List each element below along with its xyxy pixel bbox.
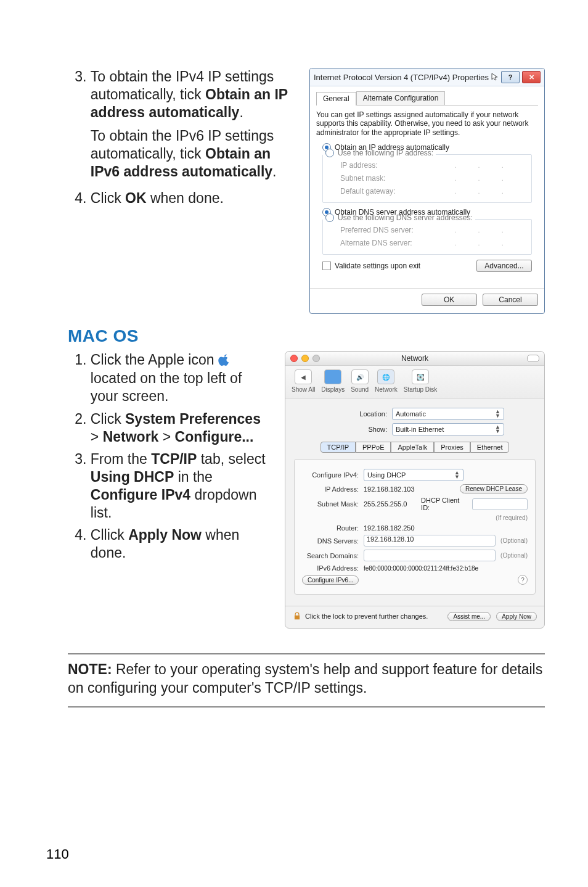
divider — [68, 653, 545, 654]
tab-appletalk[interactable]: AppleTalk — [391, 442, 434, 453]
lock-row[interactable]: Click the lock to prevent further change… — [293, 612, 428, 621]
help-icon[interactable]: ? — [518, 575, 528, 585]
page-number: 110 — [46, 846, 69, 862]
cancel-button[interactable]: Cancel — [483, 294, 538, 306]
tab-tcpip[interactable]: TCP/IP — [321, 442, 356, 453]
tab-proxies[interactable]: Proxies — [434, 442, 470, 453]
mac-step-3: From the TCP/IP tab, select Using DHCP i… — [91, 450, 272, 521]
ip-address-row: IP address: ... — [340, 160, 525, 171]
divider — [68, 706, 545, 708]
tab-altconfig[interactable]: Alternate Configuration — [356, 91, 446, 105]
sound-icon: 🔊 — [351, 369, 369, 384]
startup-icon: 💽 — [412, 369, 429, 384]
radio-icon — [325, 213, 334, 222]
mac-step-2: Click System Preferences > Network > Con… — [91, 410, 272, 446]
mac-window-title: Network — [285, 354, 544, 363]
renew-lease-button[interactable]: Renew DHCP Lease — [460, 484, 528, 493]
dns-input[interactable]: 192.168.128.10 — [364, 535, 496, 547]
apple-icon — [218, 353, 231, 369]
tcpip-group: Configure IPv4: Using DHCP ▲▼ IP Address… — [294, 459, 536, 595]
ip-value: 192.168.182.103 — [364, 485, 455, 493]
dhcp-client-id-input[interactable] — [472, 498, 528, 510]
configure-ipv4-select[interactable]: Using DHCP ▲▼ — [364, 469, 463, 481]
mac-steps: Click the Apple icon located on the top … — [68, 351, 272, 562]
tab-ethernet[interactable]: Ethernet — [470, 442, 510, 453]
tb-displays[interactable]: Displays — [321, 369, 345, 393]
step-4: Click OK when done. — [91, 189, 297, 207]
radio-dns-manual[interactable]: Use the following DNS server addresses: — [323, 213, 475, 222]
show-select[interactable]: Built-in Ethernet ▲▼ — [392, 423, 504, 435]
alt-dns-row: Alternate DNS server: ... — [340, 237, 525, 249]
mac-footer: Click the lock to prevent further change… — [285, 606, 544, 628]
tb-showall[interactable]: ◀ Show All — [292, 369, 315, 393]
macos-heading: MAC OS — [68, 326, 545, 346]
win-tabs: General Alternate Configuration — [316, 91, 538, 105]
step-3: To obtain the IPv4 IP settings automatic… — [91, 68, 297, 181]
subnet-row: Subnet mask: ... — [340, 173, 525, 184]
subnet-value: 255.255.255.0 — [364, 500, 416, 508]
help-button[interactable]: ? — [501, 71, 520, 83]
mac-network-dialog: Network ◀ Show All Displays 🔊 Sound — [285, 351, 545, 629]
win-desc: You can get IP settings assigned automat… — [316, 110, 538, 137]
win-titlebar: Internet Protocol Version 4 (TCP/IPv4) P… — [310, 68, 544, 86]
search-domains-input[interactable] — [364, 550, 496, 561]
tab-pppoe[interactable]: PPPoE — [356, 442, 391, 453]
ipv6-value: fe80:0000:0000:0000:0211:24ff:fe32:b18e — [364, 565, 478, 572]
updown-icon: ▲▼ — [495, 410, 500, 418]
display-icon — [324, 369, 341, 384]
close-button[interactable]: ✕ — [522, 71, 541, 83]
checkbox-icon — [322, 262, 331, 270]
location-row: Location: Automatic ▲▼ — [294, 408, 536, 420]
mac-tabs: TCP/IP PPPoE AppleTalk Proxies Ethernet — [294, 442, 536, 453]
ok-button[interactable]: OK — [422, 294, 477, 306]
windows-steps: To obtain the IPv4 IP settings automatic… — [68, 68, 297, 207]
updown-icon: ▲▼ — [495, 425, 500, 434]
tb-network[interactable]: 🌐 Network — [375, 369, 398, 393]
lock-icon — [293, 612, 301, 621]
mac-step-1: Click the Apple icon located on the top … — [91, 351, 272, 405]
mac-step-4: Cllick Apply Now when done. — [91, 526, 272, 562]
pref-dns-row: Preferred DNS server: ... — [340, 225, 525, 236]
note-text: NOTE: Refer to your operating system's h… — [68, 661, 545, 698]
cursor-icon — [491, 73, 499, 81]
back-icon: ◀ — [295, 369, 312, 384]
configure-ipv6-button[interactable]: Configure IPv6... — [302, 576, 359, 585]
radio-ip-manual[interactable]: Use the following IP address: — [323, 149, 436, 157]
tab-general[interactable]: General — [316, 92, 356, 105]
tb-startup[interactable]: 💽 Startup Disk — [404, 369, 437, 393]
win-title: Internet Protocol Version 4 (TCP/IPv4) P… — [314, 73, 489, 82]
step3b: To obtain the IPv6 IP settings automatic… — [91, 127, 297, 180]
mac-titlebar: Network — [285, 352, 544, 366]
radio-icon — [325, 149, 334, 157]
assist-button[interactable]: Assist me... — [447, 612, 491, 621]
router-value: 192.168.182.250 — [364, 524, 415, 532]
mac-toolbar: ◀ Show All Displays 🔊 Sound 🌐 Network — [285, 366, 544, 398]
location-select[interactable]: Automatic ▲▼ — [392, 408, 504, 420]
show-row: Show: Built-in Ethernet ▲▼ — [294, 423, 536, 435]
windows-ipv4-dialog: Internet Protocol Version 4 (TCP/IPv4) P… — [309, 68, 545, 314]
network-icon: 🌐 — [377, 369, 394, 384]
validate-row[interactable]: Validate settings upon exit Advanced... — [322, 260, 532, 272]
gateway-row: Default gateway: ... — [340, 186, 525, 197]
updown-icon: ▲▼ — [454, 471, 460, 479]
tb-sound[interactable]: 🔊 Sound — [351, 369, 369, 393]
advanced-button[interactable]: Advanced... — [476, 260, 532, 272]
apply-now-button[interactable]: Apply Now — [496, 612, 537, 621]
step3-suffix: . — [239, 104, 243, 120]
toolbar-toggle-icon[interactable] — [527, 355, 539, 362]
